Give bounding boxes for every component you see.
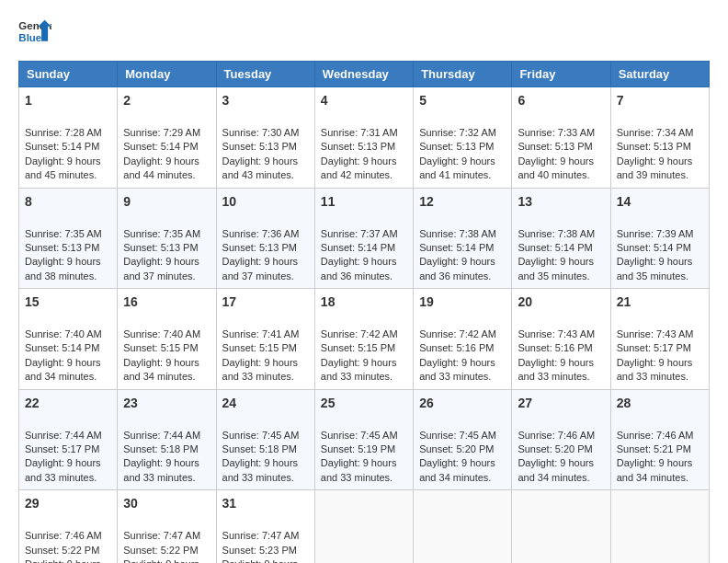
daylight-text: Daylight: 9 hours and 41 minutes. <box>419 155 495 180</box>
day-number: 25 <box>321 395 407 413</box>
sunset-text: Sunset: 5:23 PM <box>222 545 297 556</box>
calendar-cell <box>314 490 413 563</box>
day-number: 13 <box>518 193 604 212</box>
sunrise-text: Sunrise: 7:46 AM <box>617 430 694 441</box>
calendar-cell <box>610 490 709 563</box>
calendar-cell: 24Sunrise: 7:45 AMSunset: 5:18 PMDayligh… <box>216 389 314 490</box>
sunset-text: Sunset: 5:14 PM <box>419 242 494 253</box>
sunset-text: Sunset: 5:20 PM <box>419 443 494 454</box>
calendar-cell: 6Sunrise: 7:33 AMSunset: 5:13 PMDaylight… <box>512 87 610 189</box>
daylight-text: Daylight: 9 hours and 33 minutes. <box>222 457 299 482</box>
sunrise-text: Sunrise: 7:46 AM <box>518 430 595 441</box>
sunset-text: Sunset: 5:20 PM <box>518 443 592 454</box>
daylight-text: Daylight: 9 hours and 45 minutes. <box>25 155 101 180</box>
sunset-text: Sunset: 5:17 PM <box>25 443 99 454</box>
sunset-text: Sunset: 5:14 PM <box>321 242 395 253</box>
sunrise-text: Sunrise: 7:47 AM <box>123 530 200 541</box>
day-number: 22 <box>25 395 111 413</box>
calendar-cell: 13Sunrise: 7:38 AMSunset: 5:14 PMDayligh… <box>512 188 610 289</box>
day-number: 3 <box>222 92 309 110</box>
calendar-header-friday: Friday <box>512 62 610 87</box>
sunrise-text: Sunrise: 7:44 AM <box>25 430 102 441</box>
sunset-text: Sunset: 5:14 PM <box>617 242 691 253</box>
calendar-cell: 11Sunrise: 7:37 AMSunset: 5:14 PMDayligh… <box>314 188 413 289</box>
calendar-cell: 25Sunrise: 7:45 AMSunset: 5:19 PMDayligh… <box>314 389 413 490</box>
day-number: 19 <box>419 293 506 312</box>
logo-icon: General Blue <box>18 18 51 46</box>
calendar-cell: 18Sunrise: 7:42 AMSunset: 5:15 PMDayligh… <box>314 289 413 390</box>
daylight-text: Daylight: 9 hours and 33 minutes. <box>321 457 397 482</box>
sunset-text: Sunset: 5:13 PM <box>518 141 592 152</box>
daylight-text: Daylight: 9 hours and 44 minutes. <box>123 155 199 180</box>
calendar-cell <box>414 490 512 563</box>
sunset-text: Sunset: 5:22 PM <box>25 545 99 556</box>
daylight-text: Daylight: 9 hours and 43 minutes. <box>222 155 299 180</box>
calendar-header-saturday: Saturday <box>610 62 709 87</box>
calendar-cell: 20Sunrise: 7:43 AMSunset: 5:16 PMDayligh… <box>512 289 610 390</box>
calendar-cell: 19Sunrise: 7:42 AMSunset: 5:16 PMDayligh… <box>414 289 512 390</box>
day-number: 12 <box>419 193 506 212</box>
day-number: 6 <box>518 92 604 110</box>
calendar-cell: 14Sunrise: 7:39 AMSunset: 5:14 PMDayligh… <box>610 188 709 289</box>
sunrise-text: Sunrise: 7:29 AM <box>123 127 200 138</box>
calendar-week-4: 22Sunrise: 7:44 AMSunset: 5:17 PMDayligh… <box>19 389 710 490</box>
day-number: 30 <box>123 495 210 513</box>
sunset-text: Sunset: 5:13 PM <box>321 141 395 152</box>
daylight-text: Daylight: 9 hours and 33 minutes. <box>25 457 101 482</box>
daylight-text: Daylight: 9 hours and 42 minutes. <box>321 155 397 180</box>
calendar-week-1: 1Sunrise: 7:28 AMSunset: 5:14 PMDaylight… <box>19 87 710 189</box>
day-number: 4 <box>321 92 407 110</box>
sunset-text: Sunset: 5:13 PM <box>222 242 297 253</box>
day-number: 21 <box>617 293 703 312</box>
daylight-text: Daylight: 9 hours and 34 minutes. <box>617 457 693 482</box>
day-number: 27 <box>518 395 604 413</box>
sunset-text: Sunset: 5:14 PM <box>123 141 198 152</box>
calendar-header-row: SundayMondayTuesdayWednesdayThursdayFrid… <box>19 62 710 87</box>
day-number: 31 <box>222 495 309 513</box>
calendar-cell: 27Sunrise: 7:46 AMSunset: 5:20 PMDayligh… <box>512 389 610 490</box>
day-number: 20 <box>518 293 604 312</box>
calendar-cell: 8Sunrise: 7:35 AMSunset: 5:13 PMDaylight… <box>19 188 118 289</box>
sunrise-text: Sunrise: 7:42 AM <box>419 328 496 339</box>
calendar-header-sunday: Sunday <box>19 62 118 87</box>
daylight-text: Daylight: 9 hours and 37 minutes. <box>222 256 299 281</box>
sunrise-text: Sunrise: 7:43 AM <box>617 328 694 339</box>
sunset-text: Sunset: 5:13 PM <box>222 141 297 152</box>
sunrise-text: Sunrise: 7:44 AM <box>123 430 200 441</box>
day-number: 10 <box>222 193 309 212</box>
calendar-cell: 26Sunrise: 7:45 AMSunset: 5:20 PMDayligh… <box>414 389 512 490</box>
sunrise-text: Sunrise: 7:35 AM <box>25 228 102 239</box>
daylight-text: Daylight: 9 hours and 33 minutes. <box>222 357 299 382</box>
calendar-cell: 7Sunrise: 7:34 AMSunset: 5:13 PMDaylight… <box>610 87 709 189</box>
calendar-week-2: 8Sunrise: 7:35 AMSunset: 5:13 PMDaylight… <box>19 188 710 289</box>
calendar-cell: 28Sunrise: 7:46 AMSunset: 5:21 PMDayligh… <box>610 389 709 490</box>
sunrise-text: Sunrise: 7:47 AM <box>222 530 300 541</box>
sunrise-text: Sunrise: 7:36 AM <box>222 228 300 239</box>
calendar-week-3: 15Sunrise: 7:40 AMSunset: 5:14 PMDayligh… <box>19 289 710 390</box>
daylight-text: Daylight: 9 hours and 34 minutes. <box>123 357 199 382</box>
daylight-text: Daylight: 9 hours and 37 minutes. <box>123 256 199 281</box>
sunrise-text: Sunrise: 7:33 AM <box>518 127 595 138</box>
sunset-text: Sunset: 5:18 PM <box>123 443 198 454</box>
daylight-text: Daylight: 9 hours and 39 minutes. <box>617 155 693 180</box>
calendar-cell: 5Sunrise: 7:32 AMSunset: 5:13 PMDaylight… <box>414 87 512 189</box>
sunset-text: Sunset: 5:18 PM <box>222 443 297 454</box>
daylight-text: Daylight: 9 hours and 34 minutes. <box>518 457 594 482</box>
calendar-table: SundayMondayTuesdayWednesdayThursdayFrid… <box>18 61 710 563</box>
daylight-text: Daylight: 9 hours and 38 minutes. <box>25 256 101 281</box>
daylight-text: Daylight: 9 hours and 34 minutes. <box>25 357 101 382</box>
day-number: 29 <box>25 495 111 513</box>
sunrise-text: Sunrise: 7:38 AM <box>419 228 496 239</box>
calendar-cell: 17Sunrise: 7:41 AMSunset: 5:15 PMDayligh… <box>216 289 314 390</box>
calendar-cell: 21Sunrise: 7:43 AMSunset: 5:17 PMDayligh… <box>610 289 709 390</box>
day-number: 1 <box>25 92 111 110</box>
calendar-cell: 23Sunrise: 7:44 AMSunset: 5:18 PMDayligh… <box>118 389 216 490</box>
sunset-text: Sunset: 5:13 PM <box>25 242 99 253</box>
sunrise-text: Sunrise: 7:40 AM <box>25 328 102 339</box>
sunset-text: Sunset: 5:17 PM <box>617 342 691 353</box>
calendar-header-wednesday: Wednesday <box>314 62 413 87</box>
sunrise-text: Sunrise: 7:45 AM <box>222 430 300 441</box>
daylight-text: Daylight: 9 hours and 36 minutes. <box>419 256 495 281</box>
day-number: 17 <box>222 293 309 312</box>
calendar-cell: 12Sunrise: 7:38 AMSunset: 5:14 PMDayligh… <box>414 188 512 289</box>
